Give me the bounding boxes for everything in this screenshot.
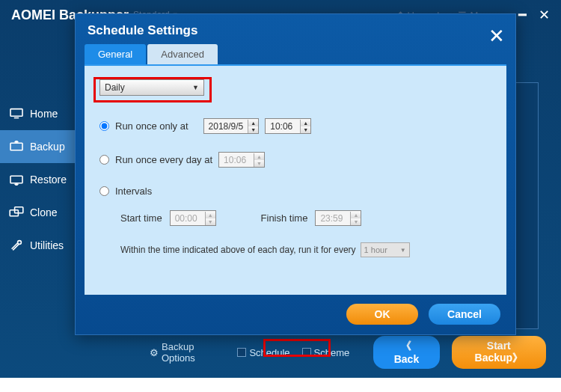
- down-icon[interactable]: ▼: [206, 218, 215, 225]
- down-icon[interactable]: ▼: [301, 126, 310, 133]
- sidebar-label: Home: [30, 108, 58, 120]
- dialog-close-button[interactable]: ✕: [488, 25, 505, 48]
- time-field[interactable]: 10:06▲▼: [265, 118, 311, 134]
- clone-icon: [9, 206, 24, 218]
- dialog-tabs: General Advanced: [85, 44, 506, 66]
- up-icon[interactable]: ▲: [351, 212, 361, 218]
- cancel-button[interactable]: Cancel: [429, 304, 500, 325]
- schedule-dialog: Schedule Settings ✕ General Advanced Dai…: [75, 13, 516, 335]
- intervals-times: Start time 00:00▲▼ Finish time 23:59▲▼: [120, 210, 491, 226]
- every-day-label: Run once every day at: [115, 154, 212, 165]
- svg-rect-2: [10, 143, 22, 150]
- interval-every-dropdown[interactable]: 1 hour▼: [361, 242, 410, 257]
- sidebar-label: Restore: [30, 174, 67, 186]
- monitor-icon: [9, 108, 24, 120]
- svg-rect-0: [10, 109, 22, 117]
- checkbox-icon: [237, 348, 246, 357]
- date-field[interactable]: 2018/9/5▲▼: [203, 118, 260, 134]
- finish-time-field[interactable]: 23:59▲▼: [315, 210, 361, 226]
- sidebar-label: Backup: [30, 141, 65, 153]
- up-icon[interactable]: ▲: [254, 153, 264, 160]
- radio-run-once[interactable]: [99, 121, 109, 131]
- app-window: AOMEI Backupper Standard ▼ ⬆Upgrade ☰Men…: [0, 0, 561, 378]
- gear-icon: ⚙: [150, 347, 159, 358]
- highlight-frequency: [94, 77, 212, 102]
- start-time-label: Start time: [120, 212, 162, 224]
- down-icon[interactable]: ▼: [254, 160, 264, 167]
- option-intervals[interactable]: Intervals: [99, 186, 491, 197]
- down-icon[interactable]: ▼: [351, 218, 361, 225]
- close-button[interactable]: ✕: [539, 7, 550, 23]
- minimize-button[interactable]: ━: [518, 7, 527, 23]
- tab-general[interactable]: General: [85, 44, 146, 64]
- back-button[interactable]: 《 Back: [373, 336, 439, 369]
- chevron-down-icon: ▼: [400, 247, 406, 254]
- down-icon[interactable]: ▼: [248, 126, 258, 133]
- interval-note: Within the time indicated above of each …: [120, 242, 491, 257]
- ok-button[interactable]: OK: [346, 304, 418, 325]
- start-backup-button[interactable]: Start Backup》: [452, 336, 546, 369]
- tools-icon: [9, 239, 24, 251]
- finish-time-label: Finish time: [261, 212, 308, 224]
- radio-every-day[interactable]: [99, 155, 109, 165]
- svg-rect-3: [10, 176, 22, 183]
- sidebar-label: Utilities: [30, 239, 64, 251]
- dialog-buttons: OK Cancel: [76, 304, 500, 325]
- dialog-title: Schedule Settings: [76, 14, 515, 44]
- backup-options-link[interactable]: ⚙Backup Options: [150, 341, 225, 364]
- up-icon[interactable]: ▲: [248, 120, 258, 126]
- time-field-disabled[interactable]: 10:06▲▼: [218, 152, 265, 168]
- up-icon[interactable]: ▲: [206, 212, 215, 218]
- restore-icon: [9, 174, 24, 186]
- radio-intervals[interactable]: [99, 186, 109, 196]
- highlight-schedule: [263, 339, 331, 357]
- up-icon[interactable]: ▲: [301, 120, 310, 126]
- backup-icon: [9, 141, 24, 153]
- option-run-once[interactable]: Run once only at 2018/9/5▲▼ 10:06▲▼: [99, 118, 491, 134]
- svg-rect-1: [14, 117, 19, 119]
- start-time-field[interactable]: 00:00▲▼: [170, 210, 216, 226]
- intervals-label: Intervals: [115, 186, 152, 197]
- run-once-label: Run once only at: [115, 120, 188, 132]
- tab-advanced[interactable]: Advanced: [147, 44, 218, 64]
- sidebar-label: Clone: [30, 206, 58, 218]
- option-run-every-day[interactable]: Run once every day at 10:06▲▼: [99, 152, 491, 168]
- bottom-bar: ⚙Backup Options Schedule Scheme 《 Back S…: [150, 336, 546, 369]
- svg-point-6: [18, 241, 22, 245]
